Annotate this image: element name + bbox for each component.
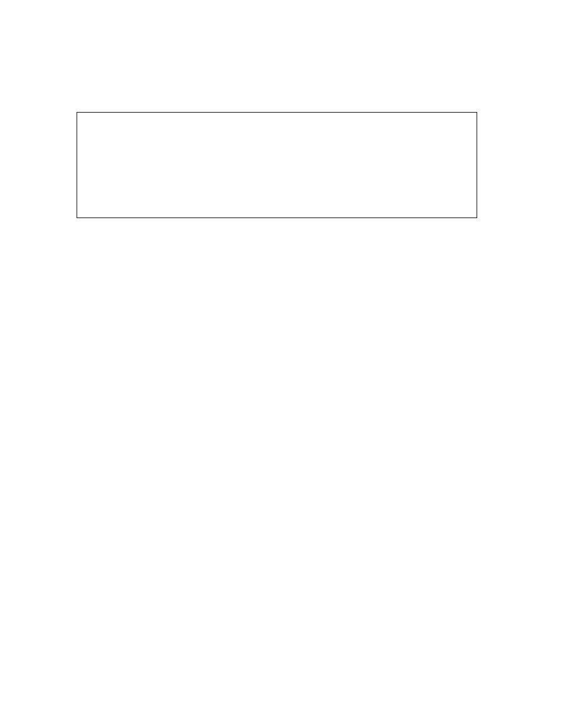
empty-box <box>77 112 477 218</box>
